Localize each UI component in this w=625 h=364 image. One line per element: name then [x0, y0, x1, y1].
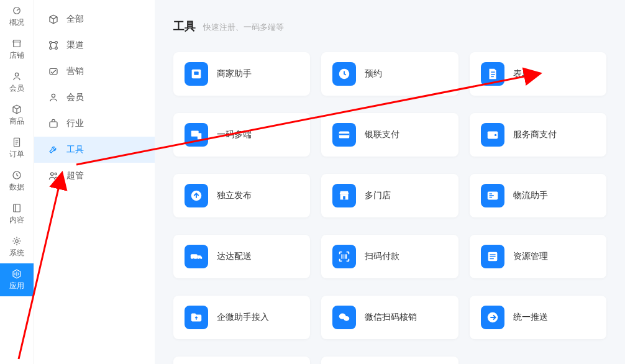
truck-icon [185, 245, 208, 268]
tool-card-label: 资源管理 [513, 251, 548, 262]
nav2-item-all[interactable]: 全部 [34, 6, 155, 32]
svg-rect-10 [50, 69, 57, 75]
svg-point-6 [50, 42, 52, 44]
tool-card-label: 预约 [365, 68, 382, 80]
nav1-label: 系统 [9, 248, 24, 258]
tool-card-label: 微信扫码核销 [365, 312, 417, 323]
wallet-icon [481, 123, 504, 147]
svg-rect-20 [491, 76, 494, 77]
tool-card-dada[interactable]: 达达配送 [173, 235, 310, 278]
app-icon [185, 62, 208, 86]
tool-card-resource[interactable]: 资源管理 [470, 235, 606, 278]
svg-rect-31 [489, 193, 492, 194]
nav2-item-industry[interactable]: 行业 [34, 111, 155, 137]
svg-rect-4 [14, 204, 21, 212]
tool-card-label: 达达配送 [217, 251, 252, 262]
marketing-icon [48, 66, 59, 77]
nav1-item-member[interactable]: 会员 [0, 66, 34, 99]
svg-point-5 [16, 240, 19, 243]
nav1-label: 概况 [9, 17, 24, 28]
nav1-item-overview[interactable]: 概况 [0, 0, 34, 33]
nav1-item-app[interactable]: 应用 [0, 263, 34, 296]
nav1-item-content[interactable]: 内容 [0, 198, 34, 230]
tool-card-form[interactable]: 表单 [470, 52, 606, 96]
tool-card-label: 物流助手 [513, 190, 548, 201]
tool-card-label: 表单 [513, 68, 531, 80]
page-title: 工具 [173, 19, 196, 34]
card-icon [332, 123, 356, 147]
svg-rect-19 [491, 74, 495, 75]
tool-card-guarantee[interactable]: 担保分账 [321, 357, 458, 364]
svg-point-13 [51, 173, 54, 176]
tool-card-label: 多门店 [365, 190, 391, 201]
member-icon [48, 92, 59, 103]
tool-card-appointment[interactable]: 预约 [321, 52, 458, 96]
svg-rect-34 [191, 254, 198, 258]
tool-card-multi-store[interactable]: 多门店 [321, 174, 458, 217]
svg-rect-16 [194, 71, 198, 75]
nav2-label: 全部 [66, 14, 84, 25]
tool-card-logistics[interactable]: 物流助手 [470, 174, 606, 217]
nav2-label: 渠道 [66, 40, 84, 51]
tool-card-qiwei[interactable]: 企微助手接入 [173, 296, 310, 339]
tool-card-unionpay[interactable]: 银联支付 [321, 113, 458, 157]
svg-point-9 [55, 47, 58, 50]
logistics-icon [481, 184, 504, 207]
svg-rect-33 [489, 197, 492, 198]
nav2-label: 营销 [66, 66, 84, 77]
tool-card-merchant-assist[interactable]: 商家助手 [173, 52, 310, 96]
devices-icon [185, 123, 208, 147]
svg-point-35 [193, 258, 194, 260]
nav2-item-marketing[interactable]: 营销 [34, 58, 155, 84]
nav2-label: 超管 [66, 170, 84, 181]
list-icon [481, 245, 504, 268]
nav1-item-goods[interactable]: 商品 [0, 99, 34, 132]
svg-point-36 [199, 258, 201, 260]
page-head: 工具 快速注册、一码多端等 [173, 19, 606, 34]
nav2-item-member[interactable]: 会员 [34, 84, 155, 111]
svg-point-8 [50, 47, 52, 50]
nav1-item-order[interactable]: 订单 [0, 132, 34, 165]
nav1-item-system[interactable]: 系统 [0, 230, 34, 263]
tool-card-unified-push[interactable]: 统一推送 [470, 296, 606, 339]
tool-card-wechat-scan-verify[interactable]: 微信扫码核销 [321, 296, 458, 339]
svg-point-14 [55, 173, 57, 175]
page-subtitle: 快速注册、一码多端等 [203, 22, 284, 33]
tool-card-service-pay[interactable]: 服务商支付 [470, 113, 606, 157]
svg-point-11 [52, 94, 55, 97]
app-icon [11, 268, 22, 280]
tool-card-self-delivery[interactable]: 自主配送 [173, 357, 310, 364]
nav1-label: 数据 [9, 182, 24, 193]
svg-rect-41 [490, 254, 495, 255]
nav2-label: 工具 [66, 144, 84, 155]
svg-point-45 [344, 316, 349, 321]
goods-icon [11, 104, 22, 115]
secondary-nav: 全部渠道营销会员行业工具超管 [34, 0, 155, 364]
tool-card-label: 商家助手 [217, 68, 252, 80]
svg-rect-39 [345, 254, 347, 258]
nav2-item-tools[interactable]: 工具 [34, 137, 155, 163]
nav2-item-super[interactable]: 超管 [34, 163, 155, 189]
tool-card-scan-pay[interactable]: 扫码付款 [321, 235, 458, 278]
tool-card-multi-terminal[interactable]: 一码多端 [173, 113, 310, 157]
industry-icon [48, 118, 59, 129]
store-icon [11, 38, 22, 49]
nav2-label: 会员 [66, 92, 84, 103]
doc-icon [481, 62, 504, 86]
wechat-icon [332, 306, 356, 329]
tool-card-label: 服务商支付 [513, 129, 557, 140]
nav1-label: 内容 [9, 215, 24, 225]
svg-rect-22 [198, 133, 201, 139]
tool-card-independent[interactable]: 独立发布 [173, 174, 310, 217]
tools-icon [48, 144, 59, 155]
nav1-label: 订单 [9, 149, 24, 160]
nav1-label: 应用 [9, 281, 24, 291]
nav1-item-store[interactable]: 店铺 [0, 33, 34, 66]
svg-rect-29 [343, 196, 345, 200]
nav1-item-data[interactable]: 数据 [0, 165, 34, 198]
folder-icon [185, 306, 208, 329]
primary-nav: 概况店铺会员商品订单数据内容系统应用 [0, 0, 34, 364]
nav1-label: 店铺 [9, 50, 24, 61]
nav2-item-channel[interactable]: 渠道 [34, 32, 155, 58]
send-icon [481, 306, 504, 329]
